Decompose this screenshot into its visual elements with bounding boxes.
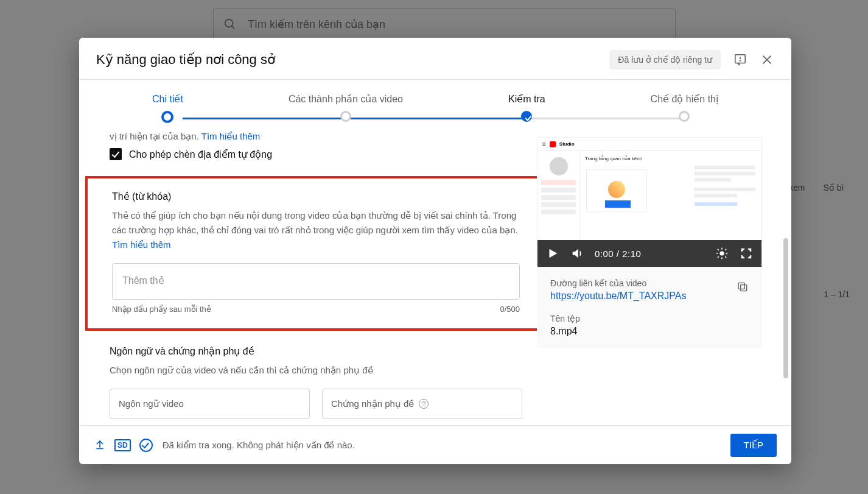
caption-cert-select[interactable]: Chứng nhận phụ đề ? xyxy=(322,389,522,419)
tags-highlight-box: Thẻ (từ khóa) Thẻ có thể giúp ích cho bạ… xyxy=(85,176,537,331)
close-button[interactable] xyxy=(760,52,774,67)
fullscreen-icon[interactable] xyxy=(740,247,753,260)
step-dot-icon xyxy=(161,111,173,123)
video-link[interactable]: https://youtu.be/MT_TAXRJPAs xyxy=(550,291,687,302)
check-complete-icon xyxy=(139,439,153,452)
lang-title: Ngôn ngữ và chứng nhận phụ đề xyxy=(110,345,522,357)
tags-counter: 0/500 xyxy=(500,305,520,314)
modal-footer: SD Đã kiểm tra xong. Không phát hiện vấn… xyxy=(79,425,791,464)
learn-more-link[interactable]: Tìm hiểu thêm xyxy=(201,131,261,141)
svg-point-4 xyxy=(740,60,741,61)
next-button[interactable]: TIẾP xyxy=(730,434,777,457)
step-dot-icon xyxy=(679,111,690,122)
step-label: Chế độ hiển thị xyxy=(651,93,718,105)
step-label: Các thành phần của video xyxy=(289,93,403,105)
svg-rect-9 xyxy=(738,283,744,289)
copy-link-button[interactable] xyxy=(737,281,749,295)
step-checks[interactable]: Kiểm tra xyxy=(508,93,545,127)
step-details[interactable]: Chi tiết xyxy=(152,93,183,127)
step-dot-icon xyxy=(340,111,351,122)
tags-learn-more-link[interactable]: Tìm hiểu thêm xyxy=(112,239,171,250)
location-line: vị trí hiện tại của bạn. Tìm hiểu thêm xyxy=(110,131,522,142)
video-link-label: Đường liên kết của video xyxy=(550,278,687,288)
volume-icon[interactable] xyxy=(570,247,584,260)
tags-placeholder: Thêm thẻ xyxy=(122,275,164,286)
step-label: Chi tiết xyxy=(152,93,183,105)
modal-title: Kỹ năng giao tiếp nơi công sở xyxy=(96,52,275,68)
modal-header: Kỹ năng giao tiếp nơi công sở Đã lưu ở c… xyxy=(79,38,791,79)
file-label: Tên tệp xyxy=(550,314,749,323)
video-language-select[interactable]: Ngôn ngữ video xyxy=(110,389,310,419)
preview-panel: ≡ Studio xyxy=(537,127,780,425)
lang-desc: Chọn ngôn ngữ của video và nếu cần thì c… xyxy=(110,363,522,378)
step-label: Kiểm tra xyxy=(508,93,545,105)
svg-point-7 xyxy=(720,252,724,255)
svg-rect-8 xyxy=(741,285,747,291)
gear-icon[interactable] xyxy=(715,247,729,260)
tags-title: Thẻ (từ khóa) xyxy=(112,191,520,202)
video-time: 0:00 / 2:10 xyxy=(595,249,641,259)
upload-modal: Kỹ năng giao tiếp nơi công sở Đã lưu ở c… xyxy=(79,38,791,464)
copy-icon xyxy=(737,281,749,293)
file-name: 8.mp4 xyxy=(550,326,749,337)
auto-location-checkbox[interactable]: Cho phép chèn địa điểm tự động xyxy=(110,148,522,160)
details-scroll-area[interactable]: vị trí hiện tại của bạn. Tìm hiểu thêm C… xyxy=(79,127,537,425)
step-check-icon xyxy=(521,111,532,122)
tags-desc: Thẻ có thể giúp ích cho bạn nếu nội dung… xyxy=(112,208,520,252)
stepper: Chi tiết Các thành phần của video Kiểm t… xyxy=(79,80,791,127)
tags-input[interactable]: Thêm thẻ xyxy=(112,263,520,300)
step-elements[interactable]: Các thành phần của video xyxy=(289,93,403,127)
save-status-pill: Đã lưu ở chế độ riêng tư xyxy=(609,50,721,69)
close-icon xyxy=(760,53,774,66)
checkbox-icon xyxy=(110,148,122,160)
checkbox-label: Cho phép chèn địa điểm tự động xyxy=(129,149,272,160)
sd-badge: SD xyxy=(114,439,131,451)
feedback-button[interactable] xyxy=(733,52,747,67)
select-label: Chứng nhận phụ đề xyxy=(331,398,414,409)
select-label: Ngôn ngữ video xyxy=(119,398,184,409)
scrollbar[interactable] xyxy=(780,127,791,425)
video-preview[interactable]: ≡ Studio xyxy=(537,137,762,267)
help-icon[interactable]: ? xyxy=(419,399,429,409)
step-visibility[interactable]: Chế độ hiển thị xyxy=(651,93,718,127)
feedback-icon xyxy=(733,53,747,66)
play-icon[interactable] xyxy=(546,247,559,260)
footer-status-msg: Đã kiểm tra xong. Không phát hiện vấn đề… xyxy=(163,440,355,451)
tags-hint: Nhập dấu phẩy sau mỗi thẻ xyxy=(112,305,211,314)
upload-icon xyxy=(94,438,106,453)
scrollbar-thumb[interactable] xyxy=(783,238,788,378)
